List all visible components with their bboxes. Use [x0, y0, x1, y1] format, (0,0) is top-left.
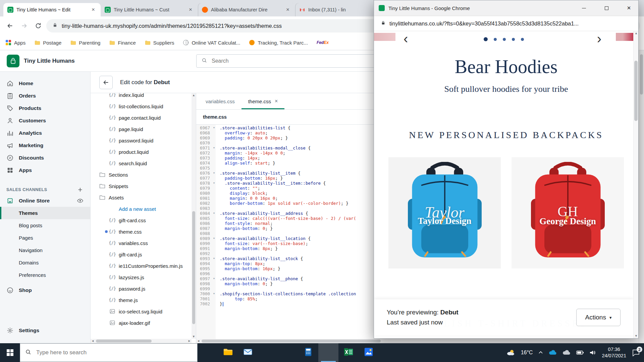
editor-tab-theme-css[interactable]: theme.css× [241, 93, 285, 109]
browser-tab-alibaba-manufacturer-dire[interactable]: Alibaba Manufacturer Dire× [198, 3, 295, 16]
tree-item-search-liquid[interactable]: {/}search.liquid [91, 158, 196, 169]
tree-item-index-liquid[interactable]: {/}index.liquid [91, 93, 196, 101]
sidebar-item-settings[interactable]: Settings [0, 324, 90, 337]
taskbar-search[interactable] [20, 343, 198, 362]
fold-arrow[interactable]: ▾ [213, 170, 215, 175]
fold-arrow[interactable]: ▾ [213, 180, 215, 185]
main-window-scrollbar[interactable] [639, 50, 644, 343]
carousel-dot-5[interactable] [521, 38, 524, 41]
fold-arrow[interactable]: ▾ [213, 125, 215, 130]
scroll-up-arrow[interactable]: ▲ [192, 93, 196, 98]
sidebar-item-apps[interactable]: Apps [0, 164, 90, 176]
carousel-dot-4[interactable] [512, 38, 515, 41]
sidebar-item-customers[interactable]: Customers [0, 114, 90, 127]
carousel-dot-3[interactable] [503, 38, 506, 41]
product-card-george-design[interactable]: GHGeorge Design [512, 157, 624, 268]
taskbar-app-excel[interactable] [338, 343, 359, 362]
tree-item-page-liquid[interactable]: {/}page.liquid [91, 123, 196, 135]
scroll-left-arrow[interactable]: ◄ [196, 339, 201, 343]
product-card-taylor-design[interactable]: TaylorTaylor Design [388, 157, 501, 268]
bookmark-tracking-track-parc[interactable]: Tracking, Track Parc... [249, 40, 308, 46]
scrollbar-thumb[interactable] [192, 211, 195, 324]
bookmark-suppliers[interactable]: Suppliers [145, 40, 174, 46]
fold-arrow[interactable]: ▾ [213, 210, 215, 216]
fold-arrow[interactable]: ▾ [213, 256, 215, 261]
speaker-icon[interactable] [589, 350, 596, 355]
forward-button[interactable] [18, 20, 30, 32]
sidebar-item-pages[interactable]: Pages [0, 232, 90, 244]
sidebar-item-preferences[interactable]: Preferences [0, 269, 90, 281]
taskbar-search-input[interactable] [36, 349, 193, 356]
maximize-button[interactable] [597, 0, 616, 16]
sidebar-item-blog-posts[interactable]: Blog posts [0, 219, 90, 232]
preview-scrollbar[interactable]: ▲ ▼ [633, 31, 638, 338]
fold-arrow[interactable]: ▾ [213, 145, 215, 150]
taskbar-app-photos[interactable] [359, 343, 379, 362]
taskbar-app-chrome[interactable] [198, 343, 218, 362]
tray-expand-icon[interactable] [538, 351, 543, 354]
start-button[interactable] [0, 343, 20, 362]
tree-item-ie11customproperties-min-js[interactable]: {/}ie11CustomProperties.min.js [91, 260, 196, 272]
add-sales-channel-icon[interactable] [76, 186, 84, 193]
tab-close-icon[interactable]: × [275, 98, 278, 104]
editor-tab-variables-css[interactable]: variables.css [199, 93, 241, 109]
sidebar-item-domains[interactable]: Domains [0, 256, 90, 269]
taskbar-app-chrome-active[interactable] [318, 343, 338, 362]
battery-icon[interactable] [576, 351, 584, 355]
view-store-eye-icon[interactable] [76, 197, 84, 204]
sidebar-item-products[interactable]: Products [0, 102, 90, 114]
sidebar-item-orders[interactable]: Orders [0, 89, 90, 102]
file-tree-horizontal-scrollbar[interactable]: ◄ ► [91, 339, 192, 343]
tree-item-password-js[interactable]: {/}password.js [91, 283, 196, 294]
bookmark-parenting[interactable]: Parenting [70, 40, 100, 46]
tree-item-theme-js[interactable]: {/}theme.js [91, 294, 196, 306]
fold-arrow[interactable]: ▾ [213, 291, 215, 296]
preview-url-bar[interactable]: tinylittlehumans.co.uk/?fts=0&key=30a55f… [374, 16, 638, 31]
fold-arrow[interactable]: ▾ [213, 276, 215, 281]
tree-item-theme-css[interactable]: {/}theme.css [91, 226, 196, 237]
sidebar-item-marketing[interactable]: Marketing [0, 139, 90, 152]
close-button[interactable]: ✕ [620, 0, 638, 16]
tree-item-gift-card-css[interactable]: {/}gift-card.css [91, 215, 196, 226]
tree-item-gift-card-js[interactable]: {/}gift-card.js [91, 249, 196, 260]
tree-item-ajax-loader-gif[interactable]: ajax-loader.gif [91, 317, 196, 328]
bookmark-online-vat-calculat[interactable]: Online VAT Calculat... [183, 40, 240, 46]
sidebar-item-themes[interactable]: Themes [0, 207, 90, 219]
browser-tab-tiny-little-humans-cust[interactable]: Tiny Little Humans ~ Cust× [101, 3, 198, 16]
taskbar-app-calculator[interactable] [298, 343, 318, 362]
tree-item-variables-css[interactable]: {/}variables.css [91, 237, 196, 249]
onedrive-cloud-icon[interactable] [549, 350, 557, 355]
browser-tab-tiny-little-humans-edit[interactable]: Tiny Little Humans ~ Edit× [3, 3, 101, 16]
scrollbar-thumb[interactable] [202, 340, 381, 343]
bookmark-fedex[interactable]: FedEx [317, 40, 323, 46]
tree-item-snippets[interactable]: Snippets [91, 180, 196, 192]
taskbar-app-firefox[interactable] [258, 343, 278, 362]
taskbar-app-file-explorer[interactable] [218, 343, 238, 362]
scroll-down-arrow[interactable]: ▼ [634, 334, 638, 338]
fold-arrow[interactable]: ▾ [213, 236, 215, 241]
taskbar-app-mail[interactable] [238, 343, 258, 362]
scrollbar-thumb[interactable] [96, 340, 152, 343]
tree-item-list-collections-liquid[interactable]: {/}list-collections.liquid [91, 101, 196, 112]
tree-item-ico-select-svg-liquid[interactable]: ico-select.svg.liquid [91, 306, 196, 317]
cloud-icon[interactable] [562, 350, 571, 355]
reload-button[interactable] [32, 20, 44, 32]
carousel-dot-2[interactable] [494, 38, 497, 41]
scroll-left-arrow[interactable]: ◄ [91, 339, 95, 343]
bookmark-apps[interactable]: Apps [5, 40, 25, 46]
scroll-down-arrow[interactable]: ▼ [192, 335, 196, 339]
tree-item-assets[interactable]: Assets [91, 192, 196, 203]
tree-item-password-liquid[interactable]: {/}password.liquid [91, 135, 196, 146]
sidebar-item-navigation[interactable]: Navigation [0, 244, 90, 256]
tab-close-icon[interactable]: × [187, 6, 194, 13]
tab-close-icon[interactable]: × [284, 6, 291, 13]
sidebar-item-discounts[interactable]: Discounts [0, 152, 90, 164]
taskbar-app-red-app[interactable] [278, 343, 298, 362]
temperature-text[interactable]: 16°C [521, 350, 533, 356]
actions-button[interactable]: Actions ▾ [576, 309, 621, 326]
sidebar-item-home[interactable]: Home [0, 77, 90, 89]
tree-item-product-liquid[interactable]: {/}product.liquid [91, 146, 196, 158]
weather-icon[interactable] [506, 349, 515, 356]
back-button[interactable] [4, 20, 16, 32]
bookmark-postage[interactable]: Postage [34, 40, 61, 46]
